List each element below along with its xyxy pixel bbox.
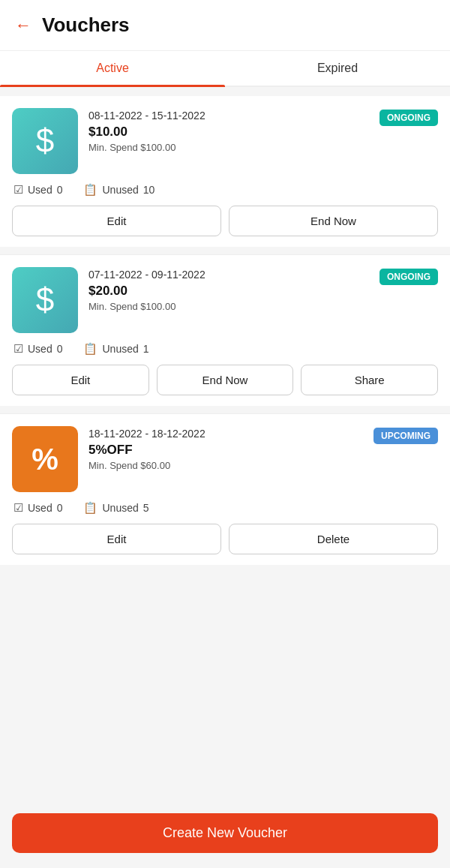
unused-label-1: Unused — [102, 184, 138, 196]
action-row-2: Edit End Now Share — [12, 365, 438, 395]
back-button[interactable]: ← — [15, 16, 32, 35]
percent-icon-3: % — [32, 443, 58, 476]
voucher-list: $ 08-11-2022 - 15-11-2022 $10.00 Min. Sp… — [0, 87, 450, 647]
dollar-icon-2: $ — [36, 281, 54, 319]
unused-item-3: 📋 Unused 5 — [83, 501, 148, 515]
voucher-top-3: % 18-11-2022 - 18-12-2022 5%OFF Min. Spe… — [12, 426, 438, 492]
voucher-badge-1: ONGOING — [380, 110, 438, 126]
voucher-min-2: Min. Spend $100.00 — [88, 301, 206, 312]
voucher-amount-3: 5%OFF — [88, 443, 206, 458]
dollar-icon-1: $ — [36, 122, 54, 160]
voucher-min-1: Min. Spend $100.00 — [88, 142, 206, 153]
action-row-3: Edit Delete — [12, 524, 438, 554]
voucher-icon-2: $ — [12, 267, 78, 333]
create-voucher-button[interactable]: Create New Voucher — [12, 813, 438, 853]
used-count-1: 0 — [57, 184, 63, 196]
header: ← Vouchers — [0, 0, 450, 51]
tab-expired[interactable]: Expired — [225, 51, 450, 86]
voucher-amount-2: $20.00 — [88, 284, 206, 299]
edit-button-3[interactable]: Edit — [12, 524, 221, 554]
voucher-amount-1: $10.00 — [88, 125, 206, 140]
end-now-button-2[interactable]: End Now — [157, 365, 294, 395]
delete-button-3[interactable]: Delete — [229, 524, 438, 554]
usage-row-2: ☑ Used 0 📋 Unused 1 — [12, 342, 438, 356]
unused-label-3: Unused — [102, 502, 138, 514]
used-count-3: 0 — [57, 502, 63, 514]
usage-row-3: ☑ Used 0 📋 Unused 5 — [12, 501, 438, 515]
voucher-icon-3: % — [12, 426, 78, 492]
voucher-top-1: $ 08-11-2022 - 15-11-2022 $10.00 Min. Sp… — [12, 108, 438, 174]
unused-count-1: 10 — [143, 184, 155, 196]
action-row-1: Edit End Now — [12, 206, 438, 236]
edit-button-2[interactable]: Edit — [12, 365, 149, 395]
unused-item-1: 📋 Unused 10 — [83, 183, 154, 197]
used-item-2: ☑ Used 0 — [14, 342, 62, 356]
page-title: Vouchers — [42, 14, 130, 37]
used-count-2: 0 — [57, 343, 63, 355]
voucher-info-3: 18-11-2022 - 18-12-2022 5%OFF Min. Spend… — [88, 426, 438, 471]
voucher-info-2: 07-11-2022 - 09-11-2022 $20.00 Min. Spen… — [88, 267, 438, 312]
create-btn-container: Create New Voucher — [0, 803, 450, 868]
share-button-2[interactable]: Share — [301, 365, 438, 395]
check-icon-1: ☑ — [14, 183, 23, 197]
unused-count-2: 1 — [143, 343, 149, 355]
voucher-badge-3: UPCOMING — [374, 428, 438, 444]
voucher-icon-1: $ — [12, 108, 78, 174]
used-item-3: ☑ Used 0 — [14, 501, 62, 515]
voucher-card-1: $ 08-11-2022 - 15-11-2022 $10.00 Min. Sp… — [0, 96, 450, 247]
voucher-min-3: Min. Spend $60.00 — [88, 460, 206, 471]
tab-active[interactable]: Active — [0, 51, 225, 86]
clipboard-icon-3: 📋 — [83, 501, 98, 515]
voucher-card-2: $ 07-11-2022 - 09-11-2022 $20.00 Min. Sp… — [0, 255, 450, 406]
used-item-1: ☑ Used 0 — [14, 183, 62, 197]
check-icon-3: ☑ — [14, 501, 23, 515]
used-label-2: Used — [28, 343, 52, 355]
voucher-top-2: $ 07-11-2022 - 09-11-2022 $20.00 Min. Sp… — [12, 267, 438, 333]
check-icon-2: ☑ — [14, 342, 23, 356]
unused-item-2: 📋 Unused 1 — [83, 342, 148, 356]
clipboard-icon-1: 📋 — [83, 183, 98, 197]
edit-button-1[interactable]: Edit — [12, 206, 221, 236]
used-label-1: Used — [28, 184, 52, 196]
unused-count-3: 5 — [143, 502, 149, 514]
voucher-date-2: 07-11-2022 - 09-11-2022 — [88, 269, 206, 281]
voucher-badge-2: ONGOING — [380, 269, 438, 285]
end-now-button-1[interactable]: End Now — [229, 206, 438, 236]
voucher-date-1: 08-11-2022 - 15-11-2022 — [88, 110, 206, 122]
unused-label-2: Unused — [102, 343, 138, 355]
used-label-3: Used — [28, 502, 52, 514]
usage-row-1: ☑ Used 0 📋 Unused 10 — [12, 183, 438, 197]
clipboard-icon-2: 📋 — [83, 342, 98, 356]
voucher-card-3: % 18-11-2022 - 18-12-2022 5%OFF Min. Spe… — [0, 414, 450, 565]
voucher-info-1: 08-11-2022 - 15-11-2022 $10.00 Min. Spen… — [88, 108, 438, 153]
tab-bar: Active Expired — [0, 51, 450, 87]
voucher-date-3: 18-11-2022 - 18-12-2022 — [88, 428, 206, 440]
